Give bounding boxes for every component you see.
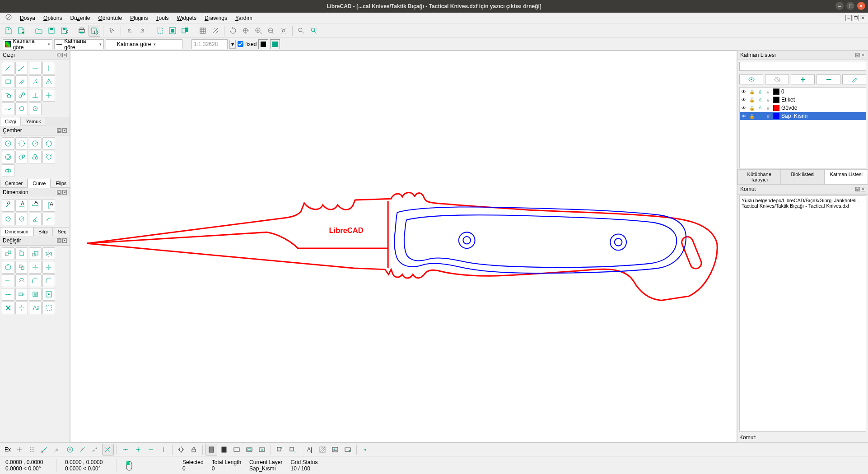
snap-on-entity-button[interactable] [51,444,63,455]
pointer-button[interactable] [106,25,118,37]
print-preview-button[interactable] [89,25,100,37]
menu-options[interactable]: Options [40,14,65,22]
zoom-window-button[interactable] [154,25,166,37]
layer-show-all-button[interactable] [739,74,763,84]
line-tangent1-button[interactable] [2,89,14,102]
circle-2pt-radius-button[interactable] [29,137,42,150]
new-from-template-button[interactable] [15,25,27,37]
save-as-button[interactable]: A [58,25,70,37]
layer-edit-button[interactable] [842,74,866,84]
curve-tab[interactable]: Curve [28,179,51,188]
pan-zoom-button[interactable] [295,25,307,37]
cember-tab[interactable]: Çember [0,179,28,188]
window-maximize-button[interactable]: ◻ [846,2,854,10]
circle-tan3-button[interactable] [42,151,55,163]
print-icon[interactable]: ⎙ [757,114,763,119]
dim-linear-button[interactable]: A [15,199,28,212]
line-horiz-button[interactable] [29,62,42,74]
trim-button[interactable] [29,261,42,274]
circle-tan1-button[interactable] [15,151,28,163]
add-block-button[interactable] [274,444,285,455]
lock-icon[interactable]: 🔓 [749,114,755,119]
zoom-out-button[interactable] [265,25,277,37]
restrict-orthogonal-button[interactable] [132,444,144,455]
window-close-button[interactable]: × [857,2,865,10]
print-icon[interactable]: ⎙ [757,106,763,111]
dock-close-icon[interactable]: × [62,128,67,133]
explode-button[interactable] [15,302,28,314]
snap-center-button[interactable] [64,444,76,455]
eye-icon[interactable]: 👁 [741,114,747,119]
mdi-restore-button[interactable]: ❐ [853,15,859,21]
eye-icon[interactable]: 👁 [741,89,747,94]
zoom-extents-button[interactable] [278,25,289,37]
move-rotate-button[interactable] [2,261,14,274]
block-list-tab[interactable]: Blok listesi [781,169,824,185]
print-button[interactable] [76,25,88,37]
layer-row-etiket[interactable]: 👁 🔓 ⎙ # Etiket [740,96,866,104]
edit-entity-button[interactable] [42,302,55,314]
layer-row-govde[interactable]: 👁 🔓 ⎙ # Gövde [740,104,866,112]
point-button[interactable] [342,444,354,455]
yamuk-tab[interactable]: Yamuk [21,117,46,126]
circle-2pt-button[interactable] [15,137,28,150]
redo-button[interactable] [136,25,148,37]
menu-yardim[interactable]: Yardım [232,14,256,22]
drawing-canvas[interactable]: LibreCAD [70,51,737,442]
circle-center-button[interactable] [2,137,14,150]
lengthen-button[interactable] [2,274,14,287]
line-free-button[interactable] [2,102,14,115]
divide-button[interactable] [2,288,14,301]
layer-hide-all-button[interactable] [765,74,789,84]
eye-icon[interactable]: 👁 [741,98,747,102]
dock-float-icon[interactable]: ◱ [855,187,860,191]
restrict-vertical-button[interactable] [158,444,169,455]
dock-float-icon[interactable]: ◱ [855,53,860,57]
print-icon[interactable]: ⎙ [757,89,763,94]
dim-diametric-button[interactable] [15,213,28,225]
set-rel-zero-button[interactable] [175,444,187,455]
fg-color-button[interactable] [258,39,268,49]
lock-icon[interactable]: 🔓 [749,98,755,102]
fixed-checkbox[interactable]: fixed [238,41,257,47]
zoom-selection-button[interactable] [308,25,320,37]
line-polygon-button[interactable] [15,102,28,115]
layer-row-sap-kismi[interactable]: 👁 🔓 ⎙ # Sap_Kısmı [740,112,866,120]
delete-button[interactable] [2,302,14,314]
circle-concentric-button[interactable] [2,151,14,163]
snap-intersection-button[interactable] [102,444,114,455]
mirror-button[interactable] [42,247,55,260]
line-parallel-button[interactable] [15,75,28,88]
line-rect-button[interactable] [2,75,14,88]
mdi-close-button[interactable]: × [860,15,866,21]
preview-center-button[interactable] [256,444,268,455]
layer-row-0[interactable]: 👁 🔒 ⎙ # 0 [740,88,866,96]
text-button[interactable]: A| [304,444,316,455]
snap-middle-button[interactable] [77,444,89,455]
preview-page-button[interactable] [205,444,217,455]
draft-mode-button[interactable] [210,25,221,37]
bg-color-button[interactable] [270,39,280,49]
layer-filter-input[interactable] [739,62,866,71]
construction-icon[interactable]: # [765,98,771,102]
layer-remove-button[interactable] [817,74,840,84]
stretch-button[interactable] [15,288,28,301]
dim-vert-button[interactable]: A [42,199,55,212]
dimension-tab[interactable]: Dimension [0,227,33,236]
linetype-by-layer-combo[interactable]: Katmana göre▾ [106,39,182,49]
line-relative-button[interactable] [42,89,55,102]
image-button[interactable] [329,444,341,455]
undo-button[interactable] [124,25,135,37]
dock-close-icon[interactable]: × [861,53,865,57]
offset-button[interactable] [15,274,28,287]
fillet-button[interactable] [42,274,55,287]
zoom-previous-button[interactable] [179,25,191,37]
bevel-button[interactable] [29,274,42,287]
print-icon[interactable]: ⎙ [757,98,763,102]
sec-tab[interactable]: Seç [53,227,70,236]
lock-rel-zero-button[interactable] [188,444,200,455]
line-orthogonal-button[interactable] [29,89,42,102]
construction-icon[interactable]: # [765,106,771,111]
elips-tab[interactable]: Elips [51,179,70,188]
snap-free-button[interactable] [14,444,25,455]
